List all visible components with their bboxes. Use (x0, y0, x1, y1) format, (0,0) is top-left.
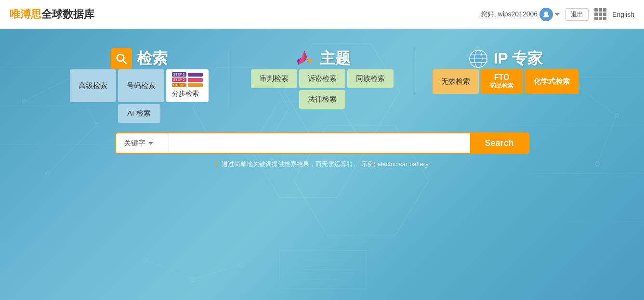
search-button[interactable]: Search (470, 133, 528, 153)
svg-marker-37 (307, 58, 312, 65)
search-type-dropdown-icon (148, 142, 153, 145)
user-greeting: 您好, wips2012006 (481, 10, 538, 19)
avatar[interactable] (539, 8, 553, 21)
ip-expert-title: IP 专家 (494, 48, 543, 69)
apps-grid-icon[interactable] (594, 8, 606, 20)
logout-button[interactable]: 退出 (565, 8, 589, 21)
search-type-selector[interactable]: 关键字 (116, 133, 169, 153)
tab-legal-search[interactable]: 法律检索 (299, 90, 345, 109)
logo-wei: 唯溥思 (10, 8, 41, 20)
tab-lawsuit-search[interactable]: 诉讼检索 (299, 69, 345, 88)
language-button[interactable]: English (612, 11, 634, 18)
hint-example-prefix: 示例) (361, 160, 376, 168)
search-type-label: 关键字 (124, 139, 145, 148)
search-magnifier-icon (115, 52, 128, 65)
search-tabs: 高级检索 号码检索 STEP 3 STEP 2 (50, 69, 228, 123)
subject-section: 主题 审判检索 诉讼检索 同族检索 法律检索 (231, 48, 414, 109)
search-hint: ℹ 通过简单地关键词提供检索结果，而无需运算符。 示例) electric ca… (0, 160, 644, 169)
tab-invalid-search[interactable]: 无效检索 (433, 69, 479, 94)
step2-badge: STEP 2 (172, 78, 186, 82)
globe-icon (468, 48, 489, 69)
content-area: 检索 高级检索 号码检索 STEP 3 STEP 2 (0, 29, 644, 169)
hint-example: electric car battery (378, 160, 429, 168)
search-input[interactable] (169, 133, 471, 153)
hint-icon: ℹ (215, 160, 218, 168)
search-section-icon (111, 48, 132, 69)
logo: 唯溥思全球数据库 (10, 7, 94, 22)
tab-chemical-search[interactable]: 化学式检索 (525, 69, 578, 94)
tab-step-search[interactable]: STEP 3 STEP 2 STEP 1 (166, 69, 209, 102)
tab-number-search[interactable]: 号码检索 (118, 69, 164, 102)
logo-rest: 全球数据库 (41, 8, 94, 20)
header-right: 您好, wips2012006 退出 English (481, 8, 634, 21)
step-search-label: 分步检索 (172, 90, 199, 98)
ip-expert-tabs: 无效检索 FTO 药品检索 化学式检索 (416, 69, 594, 94)
tab-advanced-search[interactable]: 高级检索 (70, 69, 116, 102)
search-title: 检索 (137, 48, 168, 69)
fto-label-top: FTO (494, 73, 510, 82)
header: 唯溥思全球数据库 您好, wips2012006 退出 English (0, 0, 644, 29)
hint-text: 通过简单地关键词提供检索结果，而无需运算符。 (222, 160, 359, 168)
search-section-header: 检索 (50, 48, 228, 69)
search-section: 检索 高级检索 号码检索 STEP 3 STEP 2 (48, 48, 231, 123)
svg-line-34 (123, 60, 126, 64)
ip-expert-section: IP 专家 无效检索 FTO 药品检索 化学式检索 (414, 48, 597, 94)
tab-fto-search[interactable]: FTO 药品检索 (481, 69, 523, 94)
step1-badge: STEP 1 (172, 83, 186, 87)
search-bar: 关键字 Search (115, 132, 529, 154)
sections-container: 检索 高级检索 号码检索 STEP 3 STEP 2 (0, 48, 644, 123)
svg-line-28 (193, 265, 241, 279)
tab-family-search[interactable]: 同族检索 (347, 69, 394, 88)
main-area: 检索 高级检索 号码检索 STEP 3 STEP 2 (0, 29, 644, 300)
subject-section-icon (294, 48, 315, 69)
subject-section-header: 主题 (233, 48, 411, 69)
ip-expert-section-header: IP 专家 (416, 48, 594, 69)
search-area: 关键字 Search (0, 132, 644, 154)
fto-label-bottom: 药品检索 (490, 82, 513, 90)
user-dropdown-icon[interactable] (555, 13, 560, 16)
svg-line-27 (145, 260, 193, 279)
step3-badge: STEP 3 (172, 72, 186, 77)
user-info: 您好, wips2012006 (481, 8, 560, 21)
tab-ai-search[interactable]: AI 检索 (118, 104, 160, 123)
subject-icon (294, 48, 315, 69)
ip-expert-section-icon (468, 48, 489, 69)
subject-title: 主题 (320, 48, 351, 69)
subject-tabs: 审判检索 诉讼检索 同族检索 法律检索 (233, 69, 411, 109)
tab-trial-search[interactable]: 审判检索 (251, 69, 297, 88)
